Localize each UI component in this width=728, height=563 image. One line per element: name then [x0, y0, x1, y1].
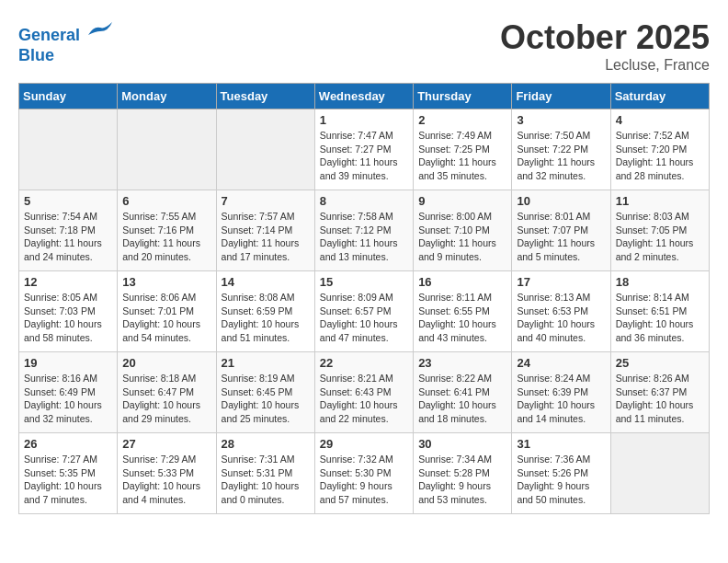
- day-number: 29: [320, 437, 408, 451]
- day-detail: Sunrise: 8:13 AMSunset: 6:53 PMDaylight:…: [517, 291, 605, 345]
- calendar-cell: 13Sunrise: 8:06 AMSunset: 7:01 PMDayligh…: [118, 271, 216, 352]
- calendar-week-4: 19Sunrise: 8:16 AMSunset: 6:49 PMDayligh…: [19, 352, 710, 433]
- calendar-week-5: 26Sunrise: 7:27 AMSunset: 5:35 PMDayligh…: [19, 433, 710, 514]
- month-title: October 2025: [500, 18, 710, 57]
- calendar-cell: 26Sunrise: 7:27 AMSunset: 5:35 PMDayligh…: [19, 433, 118, 514]
- calendar-cell: 5Sunrise: 7:54 AMSunset: 7:18 PMDaylight…: [19, 190, 118, 271]
- calendar-cell: 15Sunrise: 8:09 AMSunset: 6:57 PMDayligh…: [314, 271, 413, 352]
- calendar-cell: 6Sunrise: 7:55 AMSunset: 7:16 PMDaylight…: [118, 190, 216, 271]
- logo-general: General: [18, 26, 80, 44]
- title-block: October 2025 Lecluse, France: [500, 18, 710, 74]
- day-number: 7: [222, 194, 310, 208]
- col-header-saturday: Saturday: [610, 84, 709, 109]
- calendar-week-3: 12Sunrise: 8:05 AMSunset: 7:03 PMDayligh…: [19, 271, 710, 352]
- day-number: 30: [418, 437, 506, 451]
- day-number: 24: [517, 356, 605, 370]
- col-header-sunday: Sunday: [19, 84, 118, 109]
- logo-text: General: [18, 18, 114, 46]
- day-number: 17: [517, 275, 605, 289]
- calendar-week-1: 1Sunrise: 7:47 AMSunset: 7:27 PMDaylight…: [19, 109, 710, 190]
- location: Lecluse, France: [500, 57, 710, 74]
- col-header-monday: Monday: [118, 84, 216, 109]
- day-detail: Sunrise: 8:00 AMSunset: 7:10 PMDaylight:…: [418, 210, 506, 264]
- day-detail: Sunrise: 7:52 AMSunset: 7:20 PMDaylight:…: [616, 129, 704, 183]
- calendar-cell: 30Sunrise: 7:34 AMSunset: 5:28 PMDayligh…: [414, 433, 512, 514]
- page-header: General Blue October 2025 Lecluse, Franc…: [18, 18, 710, 74]
- day-detail: Sunrise: 8:18 AMSunset: 6:47 PMDaylight:…: [122, 372, 210, 426]
- day-detail: Sunrise: 7:36 AMSunset: 5:26 PMDaylight:…: [517, 453, 605, 507]
- day-number: 15: [320, 275, 408, 289]
- calendar-cell: 28Sunrise: 7:31 AMSunset: 5:31 PMDayligh…: [216, 433, 314, 514]
- calendar-cell: 29Sunrise: 7:32 AMSunset: 5:30 PMDayligh…: [314, 433, 413, 514]
- calendar-cell: 9Sunrise: 8:00 AMSunset: 7:10 PMDaylight…: [414, 190, 512, 271]
- calendar-cell: 16Sunrise: 8:11 AMSunset: 6:55 PMDayligh…: [414, 271, 512, 352]
- calendar-cell: [118, 109, 216, 190]
- calendar-cell: 22Sunrise: 8:21 AMSunset: 6:43 PMDayligh…: [314, 352, 413, 433]
- logo-bird-icon: [86, 18, 114, 40]
- day-number: 21: [222, 356, 310, 370]
- calendar-cell: [216, 109, 314, 190]
- calendar-cell: 24Sunrise: 8:24 AMSunset: 6:39 PMDayligh…: [512, 352, 610, 433]
- day-detail: Sunrise: 8:08 AMSunset: 6:59 PMDaylight:…: [222, 291, 310, 345]
- day-number: 5: [24, 194, 112, 208]
- day-number: 18: [616, 275, 704, 289]
- day-number: 6: [122, 194, 210, 208]
- day-number: 20: [122, 356, 210, 370]
- day-number: 27: [122, 437, 210, 451]
- day-number: 23: [418, 356, 506, 370]
- calendar-table: SundayMondayTuesdayWednesdayThursdayFrid…: [18, 83, 710, 514]
- day-detail: Sunrise: 7:54 AMSunset: 7:18 PMDaylight:…: [24, 210, 112, 264]
- day-number: 10: [517, 194, 605, 208]
- day-detail: Sunrise: 8:14 AMSunset: 6:51 PMDaylight:…: [616, 291, 704, 345]
- day-number: 28: [222, 437, 310, 451]
- day-detail: Sunrise: 8:06 AMSunset: 7:01 PMDaylight:…: [122, 291, 210, 345]
- day-number: 16: [418, 275, 506, 289]
- day-number: 4: [616, 113, 704, 127]
- day-number: 22: [320, 356, 408, 370]
- day-number: 31: [517, 437, 605, 451]
- day-detail: Sunrise: 8:24 AMSunset: 6:39 PMDaylight:…: [517, 372, 605, 426]
- col-header-thursday: Thursday: [414, 84, 512, 109]
- day-number: 26: [24, 437, 112, 451]
- day-detail: Sunrise: 7:27 AMSunset: 5:35 PMDaylight:…: [24, 453, 112, 507]
- day-detail: Sunrise: 7:55 AMSunset: 7:16 PMDaylight:…: [122, 210, 210, 264]
- calendar-cell: 2Sunrise: 7:49 AMSunset: 7:25 PMDaylight…: [414, 109, 512, 190]
- day-number: 25: [616, 356, 704, 370]
- calendar-cell: 11Sunrise: 8:03 AMSunset: 7:05 PMDayligh…: [610, 190, 709, 271]
- day-detail: Sunrise: 7:47 AMSunset: 7:27 PMDaylight:…: [320, 129, 408, 183]
- day-detail: Sunrise: 8:05 AMSunset: 7:03 PMDaylight:…: [24, 291, 112, 345]
- calendar-cell: 27Sunrise: 7:29 AMSunset: 5:33 PMDayligh…: [118, 433, 216, 514]
- calendar-cell: 23Sunrise: 8:22 AMSunset: 6:41 PMDayligh…: [414, 352, 512, 433]
- col-header-friday: Friday: [512, 84, 610, 109]
- calendar-cell: 21Sunrise: 8:19 AMSunset: 6:45 PMDayligh…: [216, 352, 314, 433]
- day-number: 8: [320, 194, 408, 208]
- day-number: 12: [24, 275, 112, 289]
- day-detail: Sunrise: 8:01 AMSunset: 7:07 PMDaylight:…: [517, 210, 605, 264]
- day-number: 14: [222, 275, 310, 289]
- logo-blue: Blue: [18, 46, 114, 66]
- day-detail: Sunrise: 7:34 AMSunset: 5:28 PMDaylight:…: [418, 453, 506, 507]
- day-detail: Sunrise: 7:57 AMSunset: 7:14 PMDaylight:…: [222, 210, 310, 264]
- day-detail: Sunrise: 7:31 AMSunset: 5:31 PMDaylight:…: [222, 453, 310, 507]
- day-detail: Sunrise: 7:50 AMSunset: 7:22 PMDaylight:…: [517, 129, 605, 183]
- day-detail: Sunrise: 8:03 AMSunset: 7:05 PMDaylight:…: [616, 210, 704, 264]
- calendar-cell: [19, 109, 118, 190]
- calendar-cell: 14Sunrise: 8:08 AMSunset: 6:59 PMDayligh…: [216, 271, 314, 352]
- calendar-cell: 7Sunrise: 7:57 AMSunset: 7:14 PMDaylight…: [216, 190, 314, 271]
- day-number: 1: [320, 113, 408, 127]
- day-detail: Sunrise: 8:16 AMSunset: 6:49 PMDaylight:…: [24, 372, 112, 426]
- calendar-cell: 17Sunrise: 8:13 AMSunset: 6:53 PMDayligh…: [512, 271, 610, 352]
- calendar-cell: 18Sunrise: 8:14 AMSunset: 6:51 PMDayligh…: [610, 271, 709, 352]
- logo: General Blue: [18, 18, 114, 65]
- day-detail: Sunrise: 7:32 AMSunset: 5:30 PMDaylight:…: [320, 453, 408, 507]
- calendar-cell: 8Sunrise: 7:58 AMSunset: 7:12 PMDaylight…: [314, 190, 413, 271]
- calendar-header-row: SundayMondayTuesdayWednesdayThursdayFrid…: [19, 84, 710, 109]
- calendar-cell: 4Sunrise: 7:52 AMSunset: 7:20 PMDaylight…: [610, 109, 709, 190]
- calendar-cell: 1Sunrise: 7:47 AMSunset: 7:27 PMDaylight…: [314, 109, 413, 190]
- day-detail: Sunrise: 8:11 AMSunset: 6:55 PMDaylight:…: [418, 291, 506, 345]
- calendar-cell: 20Sunrise: 8:18 AMSunset: 6:47 PMDayligh…: [118, 352, 216, 433]
- day-number: 2: [418, 113, 506, 127]
- day-detail: Sunrise: 7:29 AMSunset: 5:33 PMDaylight:…: [122, 453, 210, 507]
- calendar-cell: 3Sunrise: 7:50 AMSunset: 7:22 PMDaylight…: [512, 109, 610, 190]
- day-detail: Sunrise: 7:49 AMSunset: 7:25 PMDaylight:…: [418, 129, 506, 183]
